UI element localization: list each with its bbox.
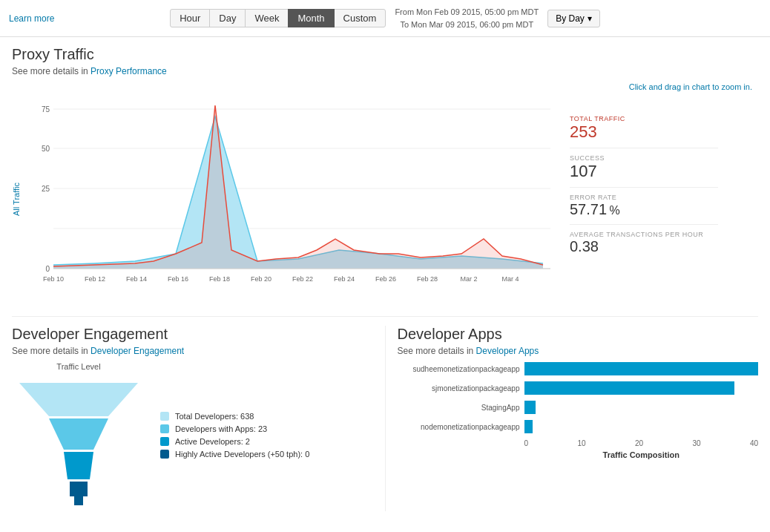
x-tick-0: 0: [524, 439, 529, 447]
legend-dot-total: [160, 412, 169, 421]
funnel-label: Traffic Level: [12, 362, 145, 371]
svg-text:Feb 10: Feb 10: [43, 275, 64, 283]
svg-text:Feb 18: Feb 18: [209, 275, 230, 283]
main-content: Proxy Traffic See more details in Proxy …: [0, 37, 770, 520]
legend-dot-withapps: [160, 424, 169, 433]
avg-trans-stat: AVERAGE TRANSACTIONS PER HOUR 0.38: [570, 225, 718, 261]
developer-engagement-section: Developer Engagement See more details in…: [12, 326, 386, 511]
total-traffic-stat: TOTAL TRAFFIC 253: [570, 109, 718, 148]
svg-text:Feb 24: Feb 24: [334, 275, 355, 283]
bar-row-2: StagingApp: [398, 401, 759, 414]
svg-text:Feb 26: Feb 26: [375, 275, 396, 283]
error-rate-value: 57.71: [570, 201, 607, 217]
dev-apps-link[interactable]: Developer Apps: [476, 346, 539, 356]
svg-text:Mar 4: Mar 4: [501, 275, 519, 283]
bar-row-0: sudheemonetizationpackageapp: [398, 362, 759, 375]
proxy-performance-link[interactable]: Proxy Performance: [91, 66, 167, 76]
error-rate-unit: %: [609, 204, 619, 217]
bar-track-1: [524, 381, 759, 395]
bar-track-0: [524, 362, 759, 375]
dropdown-arrow-icon: ▾: [588, 13, 592, 24]
legend-dot-highly-active: [160, 450, 169, 459]
bar-row-3: nodemonetizationpackageapp: [398, 420, 759, 433]
legend-item-total: Total Developers: 638: [160, 412, 373, 421]
traffic-chart-svg[interactable]: 75 50 25 0 Feb 10 Feb 12 Feb 14: [24, 94, 558, 302]
avg-trans-label: AVERAGE TRANSACTIONS PER HOUR: [570, 231, 718, 238]
week-button[interactable]: Week: [245, 9, 289, 27]
total-traffic-value: 253: [570, 122, 718, 142]
legend-label-active: Active Developers: 2: [175, 437, 250, 446]
hour-button[interactable]: Hour: [170, 9, 210, 27]
bar-label-1: sjmonetizationpackageapp: [398, 384, 520, 393]
funnel-graphic: Traffic Level: [12, 362, 145, 511]
time-period-buttons: Hour Day Week Month Custom: [170, 9, 386, 27]
error-rate-stat: ERROR RATE 57.71 %: [570, 188, 718, 225]
traffic-chart-container: All Traffic 75 50 25 0: [12, 94, 758, 304]
dev-engagement-title: Developer Engagement: [12, 326, 373, 343]
svg-text:Feb 20: Feb 20: [251, 275, 272, 283]
chart-with-yaxis: All Traffic 75 50 25 0: [12, 94, 558, 304]
bar-label-2: StagingApp: [398, 404, 520, 412]
bar-label-0: sudheemonetizationpackageapp: [398, 365, 520, 373]
funnel-legend: Total Developers: 638 Developers with Ap…: [160, 412, 373, 462]
svg-rect-27: [70, 482, 88, 496]
custom-button[interactable]: Custom: [334, 9, 386, 27]
legend-item-withapps: Developers with Apps: 23: [160, 424, 373, 433]
proxy-traffic-title: Proxy Traffic: [12, 46, 758, 63]
total-traffic-label: TOTAL TRAFFIC: [570, 115, 718, 122]
x-tick-10: 10: [577, 439, 585, 447]
funnel-svg: [12, 375, 145, 509]
error-rate-label: ERROR RATE: [570, 194, 718, 201]
legend-label-withapps: Developers with Apps: 23: [175, 424, 267, 433]
bar-fill-0: [524, 362, 759, 375]
bar-row-1: sjmonetizationpackageapp: [398, 381, 759, 395]
svg-rect-28: [74, 496, 83, 505]
funnel-container: Traffic Level: [12, 362, 373, 511]
dev-engagement-subtitle: See more details in Developer Engagement: [12, 346, 373, 356]
svg-text:25: 25: [42, 185, 50, 193]
x-tick-30: 30: [692, 439, 700, 447]
svg-marker-9: [53, 116, 543, 269]
month-button[interactable]: Month: [288, 9, 334, 27]
svg-text:Feb 12: Feb 12: [85, 275, 105, 283]
x-axis-ticks: 0 10 20 30 40: [524, 439, 759, 447]
developer-apps-section: Developer Apps See more details in Devel…: [386, 326, 759, 511]
svg-marker-26: [64, 452, 93, 479]
legend-label-highly-active: Highly Active Developers (+50 tph): 0: [175, 450, 309, 459]
learn-more-link[interactable]: Learn more: [9, 13, 54, 24]
svg-text:0: 0: [45, 265, 50, 273]
success-stat: SUCCESS 107: [570, 148, 718, 188]
avg-trans-value: 0.38: [570, 238, 718, 255]
legend-item-active: Active Developers: 2: [160, 437, 373, 446]
bottom-sections: Developer Engagement See more details in…: [12, 316, 758, 511]
svg-text:Feb 14: Feb 14: [126, 275, 147, 283]
x-axis-label: Traffic Composition: [524, 450, 759, 459]
legend-label-total: Total Developers: 638: [175, 412, 254, 421]
by-day-button[interactable]: By Day ▾: [547, 10, 600, 27]
bar-chart-container: sudheemonetizationpackageapp sjmonetizat…: [398, 362, 759, 459]
stats-panel: TOTAL TRAFFIC 253 SUCCESS 107 ERROR RATE…: [570, 94, 718, 261]
bar-track-3: [524, 420, 759, 433]
legend-item-highly-active: Highly Active Developers (+50 tph): 0: [160, 450, 373, 459]
bar-track-2: [524, 401, 759, 414]
chart-area[interactable]: 75 50 25 0 Feb 10 Feb 12 Feb 14: [24, 94, 558, 304]
day-button[interactable]: Day: [209, 9, 246, 27]
x-axis-label-container: Traffic Composition: [524, 450, 759, 459]
y-axis-label: All Traffic: [12, 94, 21, 304]
top-bar: Learn more Hour Day Week Month Custom Fr…: [0, 0, 770, 37]
bar-fill-3: [524, 420, 533, 433]
svg-text:Feb 16: Feb 16: [168, 275, 188, 283]
svg-text:50: 50: [42, 145, 50, 153]
svg-marker-10: [53, 105, 543, 269]
legend-dot-active: [160, 437, 169, 446]
zoom-hint: Click and drag in chart to zoom in.: [12, 82, 758, 91]
svg-text:Mar 2: Mar 2: [460, 275, 477, 283]
svg-text:Feb 22: Feb 22: [292, 275, 313, 283]
dev-apps-subtitle: See more details in Developer Apps: [398, 346, 759, 356]
dev-apps-title: Developer Apps: [398, 326, 759, 343]
success-label: SUCCESS: [570, 154, 718, 162]
bar-fill-1: [524, 381, 735, 395]
svg-text:Feb 28: Feb 28: [417, 275, 438, 283]
svg-marker-24: [19, 383, 138, 416]
dev-engagement-link[interactable]: Developer Engagement: [91, 346, 184, 356]
